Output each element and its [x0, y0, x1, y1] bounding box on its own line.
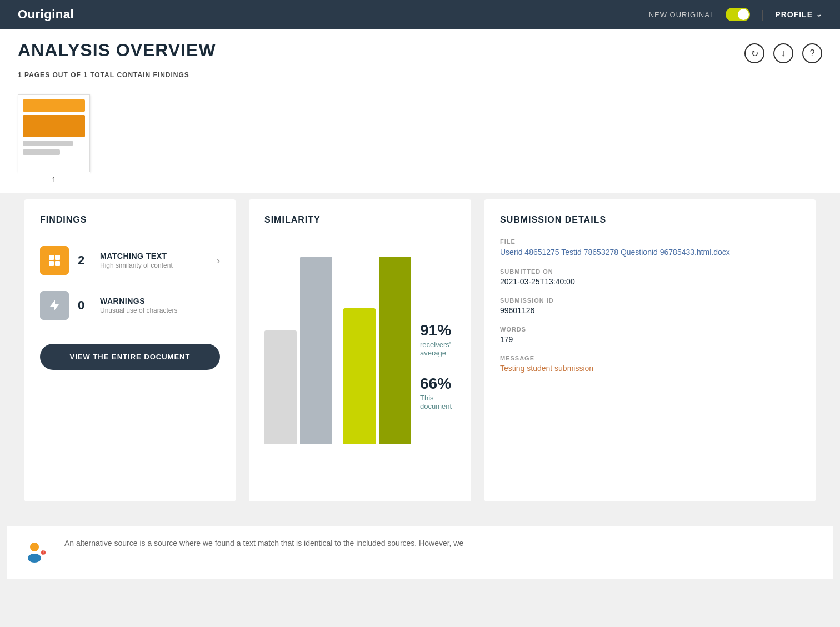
- download-icon: ↓: [781, 48, 786, 58]
- info-text: An alternative source is a source where …: [64, 537, 463, 549]
- chart-labels: 91% receivers' average 66% This document: [420, 322, 456, 444]
- matching-text-icon: [40, 246, 69, 275]
- chevron-down-icon: ⌄: [816, 11, 822, 18]
- message-label: MESSAGE: [500, 355, 800, 362]
- chart-desc-1: receivers' average: [420, 340, 456, 357]
- matching-text-arrow[interactable]: ›: [217, 255, 220, 267]
- matching-text-item: 2 MATCHING TEXT High similarity of conte…: [40, 238, 220, 283]
- bar-document-yellow: [343, 308, 376, 444]
- svg-rect-3: [55, 261, 60, 266]
- info-illustration-svg: !: [22, 537, 53, 568]
- info-illustration: !: [22, 537, 53, 568]
- submitted-value: 2021-03-25T13:40:00: [500, 277, 800, 286]
- header: Ouriginal NEW OURIGINAL | PROFILE ⌄: [0, 0, 840, 29]
- total-count: 1 TOTAL: [83, 71, 114, 79]
- matching-text-count: 2: [78, 253, 91, 268]
- chart-desc-2: This document: [420, 394, 456, 410]
- words-label: WORDS: [500, 326, 800, 333]
- file-link[interactable]: Userid 48651275 Testid 78653278 Question…: [500, 248, 730, 257]
- submission-title: SUBMISSION DETAILS: [500, 215, 800, 225]
- matching-text-info: MATCHING TEXT High similarity of content: [100, 252, 208, 269]
- doc-line-2: [23, 115, 85, 137]
- submission-card: SUBMISSION DETAILS FILE Userid 48651275 …: [484, 199, 816, 501]
- doc-line-4: [23, 149, 60, 155]
- bar-receivers-dark: [300, 257, 332, 444]
- submission-id-value: 99601126: [500, 306, 800, 315]
- similarity-card: SIMILARITY 91% receivers' average: [249, 199, 471, 501]
- similarity-title: SIMILARITY: [264, 215, 456, 225]
- bar-receivers-light: [264, 330, 297, 444]
- new-ouriginal-toggle[interactable]: [726, 8, 750, 21]
- chart-stat-2: 66% This document: [420, 375, 456, 410]
- new-ouriginal-label: NEW OURIGINAL: [649, 11, 714, 19]
- doc-line-1: [23, 99, 85, 112]
- chart-stat-1: 91% receivers' average: [420, 322, 456, 357]
- svg-text:!: !: [42, 550, 44, 556]
- header-divider: |: [761, 8, 764, 21]
- refresh-button[interactable]: ↻: [744, 43, 764, 63]
- document-preview-area: 1: [0, 86, 840, 193]
- warnings-info: WARNINGS Unusual use of characters: [100, 297, 220, 314]
- svg-point-6: [28, 554, 41, 563]
- findings-subtitle: 1 PAGES OUT OF 1 TOTAL CONTAIN FINDINGS: [0, 69, 840, 86]
- matching-text-sublabel: High similarity of content: [100, 262, 208, 269]
- submission-id-label: SUBMISSION ID: [500, 297, 800, 304]
- words-detail: WORDS 179: [500, 326, 800, 344]
- page-icons: ↻ ↓ ?: [744, 43, 822, 63]
- view-entire-document-button[interactable]: VIEW THE ENTIRE DOCUMENT: [40, 344, 220, 370]
- warnings-label: WARNINGS: [100, 297, 220, 305]
- warnings-item: 0 WARNINGS Unusual use of characters: [40, 283, 220, 328]
- bottom-info-section: ! An alternative source is a source wher…: [7, 526, 833, 579]
- submission-id-detail: SUBMISSION ID 99601126: [500, 297, 800, 315]
- words-value: 179: [500, 335, 800, 344]
- subtitle-suffix: CONTAIN FINDINGS: [117, 71, 189, 79]
- header-right: NEW OURIGINAL | PROFILE ⌄: [649, 8, 822, 21]
- document-page-thumbnail[interactable]: 1: [18, 94, 90, 193]
- bar-document-olive: [379, 257, 411, 444]
- logo: Ouriginal: [18, 7, 74, 22]
- submitted-detail: SUBMITTED ON 2021-03-25T13:40:00: [500, 268, 800, 286]
- svg-point-5: [30, 543, 39, 551]
- help-button[interactable]: ?: [802, 43, 822, 63]
- subtitle-middle: OUT OF: [52, 71, 83, 79]
- main-content: FINDINGS 2 MATCHING TEXT High similarity…: [0, 193, 840, 526]
- grid-icon: [48, 254, 61, 267]
- svg-marker-4: [50, 300, 59, 311]
- similarity-chart-area: 91% receivers' average 66% This document: [264, 238, 456, 444]
- findings-title: FINDINGS: [40, 215, 220, 225]
- page-title: ANALYSIS OVERVIEW: [18, 40, 216, 61]
- refresh-icon: ↻: [751, 48, 758, 59]
- page-number: 1: [18, 172, 90, 193]
- svg-rect-2: [49, 261, 54, 266]
- profile-label: PROFILE: [775, 10, 813, 19]
- file-label: FILE: [500, 238, 800, 245]
- message-detail: MESSAGE Testing student submission: [500, 355, 800, 373]
- file-detail: FILE Userid 48651275 Testid 78653278 Que…: [500, 238, 800, 257]
- bar-columns: [264, 238, 411, 444]
- lightning-icon: [48, 299, 61, 312]
- download-button[interactable]: ↓: [773, 43, 793, 63]
- profile-button[interactable]: PROFILE ⌄: [775, 10, 822, 19]
- submitted-label: SUBMITTED ON: [500, 268, 800, 275]
- matching-text-label: MATCHING TEXT: [100, 252, 208, 260]
- findings-card: FINDINGS 2 MATCHING TEXT High similarity…: [24, 199, 236, 501]
- message-value: Testing student submission: [500, 364, 800, 373]
- doc-page: [18, 94, 90, 172]
- warnings-count: 0: [78, 298, 91, 313]
- chart-pct-2: 66%: [420, 375, 456, 393]
- pages-count: 1 PAGES: [18, 71, 50, 79]
- chart-pct-1: 91%: [420, 322, 456, 339]
- warnings-icon: [40, 291, 69, 320]
- svg-rect-1: [55, 255, 60, 260]
- doc-line-3: [23, 141, 73, 146]
- warnings-sublabel: Unusual use of characters: [100, 307, 220, 314]
- page-title-area: ANALYSIS OVERVIEW ↻ ↓ ?: [0, 29, 840, 69]
- svg-rect-0: [49, 255, 54, 260]
- help-icon: ?: [810, 48, 815, 58]
